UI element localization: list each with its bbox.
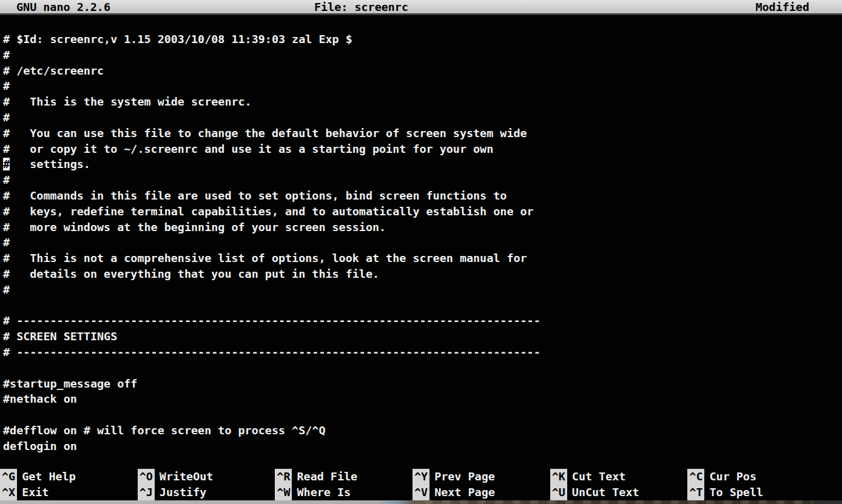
- shortcut-key: ^O: [138, 469, 155, 485]
- shortcut-label: Get Help: [22, 470, 76, 483]
- shortcut-label: Exit: [22, 486, 49, 499]
- shortcut-where-is[interactable]: ^WWhere Is: [275, 485, 413, 500]
- editor-line[interactable]: # more windows at the beginning of your …: [3, 220, 842, 235]
- editor-line[interactable]: #startup_message off: [3, 376, 842, 392]
- shortcut-read-file[interactable]: ^RRead File: [275, 469, 413, 485]
- editor-line[interactable]: #: [3, 110, 842, 126]
- shortcut-key: ^U: [550, 485, 567, 500]
- editor-line[interactable]: # settings.: [3, 156, 842, 172]
- app-title: GNU nano 2.2.6: [16, 1, 110, 14]
- shortcut-label: Justify: [160, 486, 207, 499]
- editor-line[interactable]: # /etc/screenrc: [3, 63, 842, 79]
- shortcut-key: ^T: [687, 485, 704, 500]
- editor-line[interactable]: #: [3, 235, 842, 250]
- shortcut-label: Cut Text: [572, 470, 626, 483]
- text-cursor: #: [3, 158, 10, 170]
- nano-titlebar: GNU nano 2.2.6 File: screenrc Modified: [0, 0, 842, 15]
- editor-line[interactable]: # You can use this file to change the de…: [3, 126, 842, 141]
- editor-line[interactable]: # $Id: screenrc,v 1.15 2003/10/08 11:39:…: [3, 32, 842, 47]
- terminal-window: GNU nano 2.2.6 File: screenrc Modified #…: [0, 0, 842, 504]
- shortcut-to-spell[interactable]: ^TTo Spell: [687, 485, 825, 500]
- shortcut-key: ^R: [275, 469, 292, 485]
- editor-line[interactable]: # --------------------------------------…: [3, 313, 842, 329]
- shortcut-key: ^J: [138, 485, 155, 500]
- editor-line[interactable]: #: [3, 172, 842, 188]
- shortcut-writeout[interactable]: ^OWriteOut: [138, 469, 275, 485]
- editor-line[interactable]: [3, 360, 842, 376]
- shortcut-key: ^W: [275, 485, 292, 500]
- editor-line[interactable]: # This is not a comprehensive list of op…: [3, 250, 842, 266]
- editor-line[interactable]: # SCREEN SETTINGS: [3, 329, 842, 344]
- shortcut-justify[interactable]: ^JJustify: [138, 485, 275, 500]
- editor-line[interactable]: #: [3, 78, 842, 94]
- editor-line[interactable]: #: [3, 282, 842, 298]
- modified-status: Modified: [755, 1, 809, 14]
- shortcut-key: ^G: [0, 469, 17, 485]
- shortcut-label: To Spell: [709, 486, 763, 499]
- shortcut-label: WriteOut: [160, 470, 214, 483]
- editor-line[interactable]: [3, 298, 842, 314]
- shortcut-key: ^Y: [413, 469, 429, 485]
- editor-line[interactable]: # details on everything that you can put…: [3, 266, 842, 282]
- shortcut-label: Read File: [297, 470, 357, 483]
- shortcut-prev-page[interactable]: ^YPrev Page: [413, 469, 550, 485]
- shortcut-uncut-text[interactable]: ^UUnCut Text: [550, 485, 688, 500]
- shortcut-label: UnCut Text: [572, 486, 639, 499]
- shortcut-row: ^GGet Help^OWriteOut^RRead File^YPrev Pa…: [0, 469, 825, 485]
- shortcut-cur-pos[interactable]: ^CCur Pos: [687, 469, 825, 485]
- editor-line[interactable]: # --------------------------------------…: [3, 344, 842, 360]
- shortcut-cut-text[interactable]: ^KCut Text: [550, 469, 688, 485]
- shortcut-bar: ^GGet Help^OWriteOut^RRead File^YPrev Pa…: [0, 469, 825, 500]
- shortcut-key: ^X: [0, 485, 17, 500]
- editor-line[interactable]: # or copy it to ~/.screenrc and use it a…: [3, 141, 842, 157]
- shortcut-label: Cur Pos: [709, 470, 756, 483]
- editor-line[interactable]: #defflow on # will force screen to proce…: [3, 423, 842, 438]
- shortcut-exit[interactable]: ^XExit: [0, 485, 138, 500]
- editor-line[interactable]: # This is the system wide screenrc.: [3, 94, 842, 110]
- background-artifact: [425, 500, 813, 504]
- shortcut-key: ^K: [550, 469, 567, 485]
- editor-line[interactable]: # keys, redefine terminal capabilities, …: [3, 204, 842, 220]
- shortcut-key: ^V: [413, 485, 429, 500]
- background-window-edge: [0, 500, 842, 504]
- editor-area[interactable]: # $Id: screenrc,v 1.15 2003/10/08 11:39:…: [0, 17, 842, 469]
- shortcut-label: Next Page: [434, 486, 495, 499]
- shortcut-next-page[interactable]: ^VNext Page: [413, 485, 550, 500]
- editor-line[interactable]: #: [3, 47, 842, 63]
- editor-line[interactable]: # Commands in this file are used to set …: [3, 188, 842, 204]
- shortcut-key: ^C: [687, 469, 704, 485]
- shortcut-row: ^XExit^JJustify^WWhere Is^VNext Page^UUn…: [0, 485, 825, 500]
- shortcut-get-help[interactable]: ^GGet Help: [0, 469, 138, 485]
- editor-line[interactable]: #nethack on: [3, 391, 842, 407]
- editor-line[interactable]: [3, 407, 842, 423]
- shortcut-label: Prev Page: [434, 470, 495, 483]
- file-title: File: screenrc: [314, 1, 408, 14]
- shortcut-label: Where Is: [297, 486, 351, 499]
- editor-line[interactable]: deflogin on: [3, 438, 842, 454]
